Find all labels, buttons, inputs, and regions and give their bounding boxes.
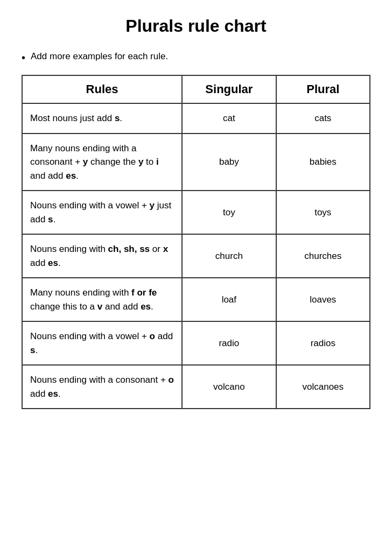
plural-cell-3: churches	[276, 234, 370, 278]
rule-cell-4: Many nouns ending with f or fe change th…	[22, 278, 182, 321]
plural-cell-2: toys	[276, 191, 370, 234]
singular-cell-3: church	[182, 234, 276, 278]
header-singular: Singular	[182, 75, 276, 103]
table-row: Nouns ending with a vowel + o add s.radi…	[22, 321, 370, 365]
rule-cell-1: Many nouns ending with a consonant + y c…	[22, 134, 182, 191]
singular-cell-2: toy	[182, 191, 276, 234]
singular-cell-6: volcano	[182, 365, 276, 409]
plural-cell-0: cats	[276, 103, 370, 134]
table-row: Many nouns ending with f or fe change th…	[22, 278, 370, 321]
table-row: Many nouns ending with a consonant + y c…	[22, 134, 370, 191]
table-row: Nouns ending with a vowel + y just add s…	[22, 191, 370, 234]
rule-cell-0: Most nouns just add s.	[22, 103, 182, 134]
singular-cell-4: loaf	[182, 278, 276, 321]
singular-cell-0: cat	[182, 103, 276, 134]
table-row: Nouns ending with ch, sh, ss or x add es…	[22, 234, 370, 278]
bullet-point: •	[22, 51, 25, 64]
plural-cell-4: loaves	[276, 278, 370, 321]
header-rules: Rules	[22, 75, 182, 103]
rule-cell-2: Nouns ending with a vowel + y just add s…	[22, 191, 182, 234]
rule-cell-5: Nouns ending with a vowel + o add s.	[22, 321, 182, 365]
plural-cell-1: babies	[276, 134, 370, 191]
singular-cell-5: radio	[182, 321, 276, 365]
instruction-label: Add more examples for each rule.	[31, 51, 168, 62]
table-header-row: Rules Singular Plural	[22, 75, 370, 103]
instruction-text: • Add more examples for each rule.	[22, 51, 370, 64]
table-row: Nouns ending with a consonant + o add es…	[22, 365, 370, 409]
rule-cell-3: Nouns ending with ch, sh, ss or x add es…	[22, 234, 182, 278]
singular-cell-1: baby	[182, 134, 276, 191]
table-row: Most nouns just add s.catcats	[22, 103, 370, 134]
plural-cell-6: volcanoes	[276, 365, 370, 409]
page-title: Plurals rule chart	[22, 16, 370, 36]
plural-cell-5: radios	[276, 321, 370, 365]
plurals-table: Rules Singular Plural Most nouns just ad…	[22, 75, 370, 409]
rule-cell-6: Nouns ending with a consonant + o add es…	[22, 365, 182, 409]
header-plural: Plural	[276, 75, 370, 103]
